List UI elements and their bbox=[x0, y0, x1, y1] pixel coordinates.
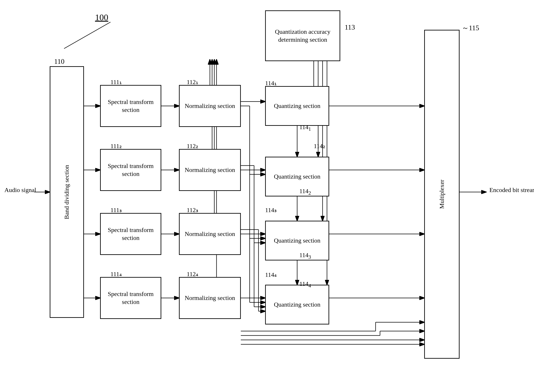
quant2-box: Quantizing section bbox=[265, 157, 329, 196]
quant-accuracy-text: Quantization accuracy determining sectio… bbox=[266, 28, 340, 44]
norm1-text: Normalizing section bbox=[185, 102, 235, 110]
quant3-box: Quantizing section bbox=[265, 221, 329, 261]
spectral3-id-label: 111₃ bbox=[110, 206, 122, 214]
norm4-id-label: 112₄ bbox=[187, 270, 198, 278]
spectral3-text: Spectral transform section bbox=[101, 226, 161, 242]
norm1-id-label: 112₁ bbox=[187, 78, 198, 86]
quant1-arrow-label: 1141 bbox=[299, 124, 311, 132]
quant4-text: Quantizing section bbox=[274, 301, 321, 308]
spectral1-id-label: 111₁ bbox=[110, 78, 122, 86]
spectral2-text: Spectral transform section bbox=[101, 162, 161, 178]
quant1-box: Quantizing section bbox=[265, 86, 329, 126]
norm2-box: Normalizing section bbox=[179, 149, 241, 191]
quant2-arrow-label: 1142 bbox=[299, 188, 311, 196]
system-number-label: 100 bbox=[95, 12, 108, 23]
audio-signal-label: Audio signal bbox=[5, 187, 36, 194]
norm3-box: Normalizing section bbox=[179, 213, 241, 255]
quant2-text: Quantizing section bbox=[274, 173, 321, 181]
norm4-box: Normalizing section bbox=[179, 277, 241, 319]
spectral4-id-label: 111₄ bbox=[110, 270, 122, 278]
quant3-arrow-label: 1143 bbox=[299, 252, 311, 260]
quant-accuracy-id-label: 113 bbox=[345, 23, 355, 31]
quant4-box: Quantizing section bbox=[265, 285, 329, 324]
norm3-id-label: 112₃ bbox=[187, 206, 198, 214]
svg-line-2 bbox=[64, 22, 110, 49]
spectral4-box: Spectral transform section bbox=[100, 277, 161, 319]
norm1-box: Normalizing section bbox=[179, 85, 241, 127]
quant-accuracy-box: Quantization accuracy determining sectio… bbox=[265, 10, 340, 61]
multiplexer-box: Multiplexer bbox=[424, 30, 460, 359]
quant3-id-label: 114₃ bbox=[265, 206, 277, 214]
spectral1-box: Spectral transform section bbox=[100, 85, 161, 127]
band-dividing-label: Band dividing section bbox=[63, 165, 71, 219]
norm2-id-label: 112₂ bbox=[187, 142, 198, 150]
norm2-text: Normalizing section bbox=[185, 166, 235, 174]
norm3-text: Normalizing section bbox=[185, 230, 235, 238]
spectral2-box: Spectral transform section bbox=[100, 149, 161, 191]
quant4-id-label: 114₄ bbox=[265, 271, 277, 278]
quant4-arrow-label: 1144 bbox=[299, 280, 311, 289]
quant1-id-label: 114₁ bbox=[265, 79, 277, 87]
spectral2-id-label: 111₂ bbox=[110, 142, 122, 150]
multiplexer-label: Multiplexer bbox=[438, 180, 446, 209]
multiplexer-id-label: ～115 bbox=[462, 23, 479, 33]
spectral3-box: Spectral transform section bbox=[100, 213, 161, 255]
spectral1-text: Spectral transform section bbox=[101, 98, 161, 114]
encoded-bit-stream-label: Encoded bit stream bbox=[489, 187, 534, 194]
spectral4-text: Spectral transform section bbox=[101, 290, 161, 306]
quant1-text: Quantizing section bbox=[274, 102, 321, 110]
quant3-text: Quantizing section bbox=[274, 237, 321, 245]
band-dividing-box: Band dividing section bbox=[50, 66, 84, 318]
norm4-text: Normalizing section bbox=[185, 294, 235, 302]
quant2-id-label: 114₂ bbox=[314, 142, 325, 150]
band-dividing-id: 110 bbox=[54, 57, 65, 65]
